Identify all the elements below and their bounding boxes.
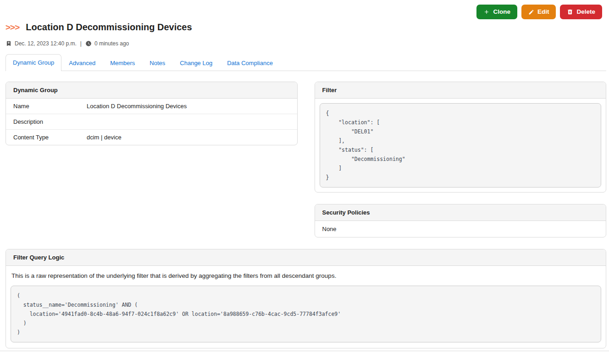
table-row: Description — [6, 114, 297, 130]
plus-icon — [483, 9, 490, 15]
filter-query-logic-code: ( status__name='Decommissioning' AND ( l… — [11, 286, 601, 342]
last-updated-text: Dec. 12, 2023 12:40 p.m. — [15, 40, 77, 47]
clone-button-label: Clone — [493, 8, 510, 16]
bookmark-plus-icon — [6, 40, 12, 47]
panel-grid: Dynamic Group Name Location D Decommissi… — [6, 82, 606, 237]
attr-label-content-type: Content Type — [6, 130, 79, 145]
table-row: Name Location D Decommissioning Devices — [6, 99, 297, 114]
tab-change-log[interactable]: Change Log — [172, 55, 220, 71]
security-policies-panel: Security Policies None — [315, 204, 607, 237]
delete-button[interactable]: Delete — [560, 5, 602, 19]
filter-query-logic-panel: Filter Query Logic This is a raw represe… — [6, 249, 606, 348]
action-buttons-bar: Clone Edit Delete — [6, 0, 606, 19]
title-row: >>> Location D Decommissioning Devices — [6, 21, 606, 33]
attr-value-name: Location D Decommissioning Devices — [79, 99, 297, 114]
dynamic-group-detail-page: Clone Edit Delete >>> Location D Decommi… — [0, 0, 609, 364]
filter-query-logic-body: This is a raw representation of the unde… — [6, 266, 606, 348]
right-column: Filter { "location": [ "DEL01" ], "statu… — [315, 82, 607, 237]
attr-value-description — [79, 114, 297, 130]
clock-icon — [85, 40, 92, 47]
pencil-icon — [528, 9, 534, 15]
table-row: Content Type dcim | device — [6, 130, 297, 145]
edit-button-label: Edit — [537, 8, 549, 16]
left-column: Dynamic Group Name Location D Decommissi… — [6, 82, 298, 145]
tab-members[interactable]: Members — [103, 55, 142, 71]
title-chevrons-icon: >>> — [6, 23, 19, 32]
time-ago-text: 0 minutes ago — [94, 40, 129, 47]
delete-button-label: Delete — [576, 8, 595, 16]
tab-advanced[interactable]: Advanced — [61, 55, 103, 71]
clone-button[interactable]: Clone — [476, 5, 517, 19]
dynamic-group-attributes-table: Name Location D Decommissioning Devices … — [6, 99, 297, 145]
filter-panel-body: { "location": [ "DEL01" ], "status": [ "… — [315, 99, 606, 192]
filter-query-logic-panel-title: Filter Query Logic — [6, 249, 606, 266]
security-policies-value: None — [315, 221, 606, 237]
meta-separator: | — [80, 40, 82, 47]
meta-line: Dec. 12, 2023 12:40 p.m. | 0 minutes ago — [6, 40, 606, 47]
attr-label-description: Description — [6, 114, 79, 130]
page-title: Location D Decommissioning Devices — [26, 21, 192, 33]
attr-value-content-type: dcim | device — [79, 130, 297, 145]
footer-divider — [0, 351, 609, 352]
filter-query-logic-description: This is a raw representation of the unde… — [11, 272, 600, 279]
dynamic-group-panel: Dynamic Group Name Location D Decommissi… — [6, 82, 298, 145]
tab-bar: Dynamic Group Advanced Members Notes Cha… — [6, 54, 606, 71]
security-policies-panel-title: Security Policies — [315, 204, 606, 221]
tab-data-compliance[interactable]: Data Compliance — [220, 55, 280, 71]
tab-dynamic-group[interactable]: Dynamic Group — [6, 54, 61, 71]
trash-icon — [567, 9, 573, 15]
tab-notes[interactable]: Notes — [142, 55, 172, 71]
filter-panel-title: Filter — [315, 82, 606, 99]
filter-panel: Filter { "location": [ "DEL01" ], "statu… — [315, 82, 607, 193]
dynamic-group-panel-title: Dynamic Group — [6, 82, 297, 99]
filter-json-code: { "location": [ "DEL01" ], "status": [ "… — [320, 103, 602, 188]
edit-button[interactable]: Edit — [521, 5, 556, 19]
attr-label-name: Name — [6, 99, 79, 114]
